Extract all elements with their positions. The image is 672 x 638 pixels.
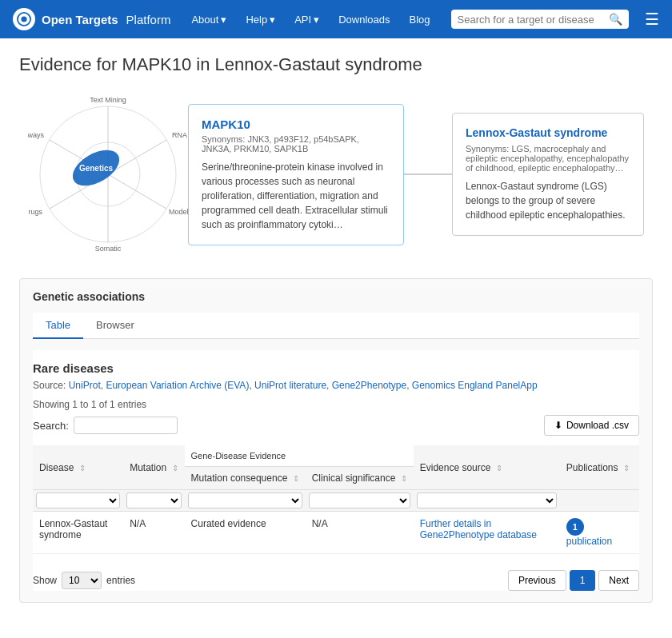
table-row: Lennox-Gastaut syndrome N/A Curated evid… bbox=[33, 512, 639, 554]
connector-line bbox=[404, 173, 452, 175]
sort-icon: ⇕ bbox=[172, 464, 178, 473]
filter-disease-select[interactable] bbox=[36, 492, 120, 508]
cell-disease: Lennox-Gastaut syndrome bbox=[33, 512, 123, 554]
col-mutation-consequence[interactable]: Mutation consequence ⇕ bbox=[185, 467, 306, 490]
nav-blog[interactable]: Blog bbox=[401, 9, 438, 30]
page-1-button[interactable]: 1 bbox=[570, 570, 596, 591]
pagination-row: Show 10 25 50 entries Previous 1 Next bbox=[33, 564, 639, 591]
search-icon[interactable]: 🔍 bbox=[609, 13, 622, 26]
sort-icon: ⇕ bbox=[623, 464, 630, 473]
cell-clinical-significance: N/A bbox=[306, 512, 414, 554]
entries-label: entries bbox=[106, 575, 135, 586]
rare-diseases-title: Rare diseases bbox=[33, 361, 639, 375]
svg-text:Pathways: Pathways bbox=[28, 131, 44, 139]
publication-label[interactable]: publication bbox=[566, 536, 612, 547]
publication-badge: 1 bbox=[566, 518, 584, 536]
sort-icon: ⇕ bbox=[293, 474, 299, 483]
site-logo[interactable]: Open Targets Platform bbox=[13, 8, 170, 30]
tab-browser[interactable]: Browser bbox=[83, 313, 147, 339]
previous-button[interactable]: Previous bbox=[508, 570, 566, 591]
search-label: Search: bbox=[33, 420, 69, 432]
svg-text:Somatic: Somatic bbox=[95, 245, 122, 253]
target-name[interactable]: MAPK10 bbox=[202, 118, 390, 131]
chevron-down-icon: ▾ bbox=[314, 14, 319, 26]
svg-point-1 bbox=[21, 16, 26, 22]
nav-about[interactable]: About ▾ bbox=[183, 9, 234, 30]
logo-icon bbox=[13, 8, 35, 30]
svg-text:Models: Models bbox=[169, 208, 188, 216]
col-publications[interactable]: Publications ⇕ bbox=[560, 445, 639, 490]
filter-mutation-consequence-select[interactable] bbox=[188, 492, 302, 508]
target-synonyms: Synonyms: JNK3, p493F12, p54bSAPK, JNK3A… bbox=[202, 134, 390, 154]
platform-text: Platform bbox=[126, 13, 171, 26]
source-gene2phenotype[interactable]: Gene2Phenotype bbox=[332, 380, 406, 391]
page-title: Evidence for MAPK10 in Lennox-Gastaut sy… bbox=[19, 54, 653, 75]
sort-icon: ⇕ bbox=[401, 474, 407, 483]
search-box: 🔍 bbox=[451, 10, 630, 29]
target-description: Serine/threonine-protein kinase involved… bbox=[202, 160, 390, 232]
evidence-source-link[interactable]: Further details in Gene2Phenotype databa… bbox=[420, 518, 537, 540]
entries-row: Show 10 25 50 entries bbox=[33, 572, 135, 589]
menu-icon[interactable]: ☰ bbox=[645, 10, 659, 29]
section-title: Genetic associations bbox=[33, 290, 639, 303]
filter-disease[interactable] bbox=[33, 490, 123, 512]
filter-mutation[interactable] bbox=[123, 490, 184, 512]
nav-api[interactable]: API ▾ bbox=[286, 9, 327, 30]
cell-mutation: N/A bbox=[123, 512, 184, 554]
genetic-associations-section: Genetic associations Table Browser Rare … bbox=[19, 278, 653, 603]
pagination-buttons: Previous 1 Next bbox=[508, 570, 639, 591]
nav-downloads[interactable]: Downloads bbox=[330, 9, 398, 30]
filter-publications bbox=[560, 490, 639, 512]
filter-evidence-source[interactable] bbox=[414, 490, 560, 512]
table-section: Rare diseases Source: UniProt, European … bbox=[33, 350, 639, 591]
search-row: Search: bbox=[33, 417, 178, 434]
col-mutation[interactable]: Mutation ⇕ bbox=[123, 445, 184, 490]
page-content: Evidence for MAPK10 in Lennox-Gastaut sy… bbox=[0, 38, 672, 619]
main-nav: About ▾ Help ▾ API ▾ Downloads Blog bbox=[183, 9, 438, 30]
cell-evidence-source: Further details in Gene2Phenotype databa… bbox=[414, 512, 560, 554]
source-genomics-england[interactable]: Genomics England PanelApp bbox=[412, 380, 538, 391]
target-card: MAPK10 Synonyms: JNK3, p493F12, p54bSAPK… bbox=[188, 104, 404, 245]
svg-text:Drugs: Drugs bbox=[28, 208, 42, 216]
download-csv-button[interactable]: ⬇ Download .csv bbox=[544, 415, 639, 436]
chevron-down-icon: ▾ bbox=[221, 14, 226, 26]
search-input[interactable] bbox=[458, 14, 605, 26]
source-eva[interactable]: European Variation Archive (EVA) bbox=[106, 380, 249, 391]
show-label: Show bbox=[33, 575, 57, 586]
svg-line-6 bbox=[108, 174, 166, 209]
spider-diagram: Text Mining RNA Models Somatic Drugs Pat… bbox=[28, 94, 188, 254]
col-evidence-source[interactable]: Evidence source ⇕ bbox=[414, 445, 560, 490]
filter-clinical-significance-select[interactable] bbox=[309, 492, 410, 508]
col-group-gene-disease: Gene-Disease Evidence bbox=[185, 445, 414, 467]
disease-name[interactable]: Lennox-Gastaut syndrome bbox=[466, 126, 630, 139]
cell-publications: 1 publication bbox=[560, 512, 639, 554]
svg-text:Text Mining: Text Mining bbox=[90, 96, 126, 104]
next-button[interactable]: Next bbox=[598, 570, 639, 591]
evidence-table: Disease ⇕ Mutation ⇕ Gene-Disease Eviden… bbox=[33, 445, 639, 554]
disease-synonyms: Synonyms: LGS, macrocephaly and epilepti… bbox=[466, 144, 630, 173]
logo-text: Open Targets bbox=[42, 13, 118, 26]
filter-clinical-significance[interactable] bbox=[306, 490, 414, 512]
download-icon: ⬇ bbox=[554, 420, 562, 431]
table-search-input[interactable] bbox=[74, 417, 178, 434]
disease-description: Lennox-Gastaut syndrome (LGS) belongs to… bbox=[466, 179, 630, 222]
col-disease[interactable]: Disease ⇕ bbox=[33, 445, 123, 490]
filter-mutation-consequence[interactable] bbox=[185, 490, 306, 512]
col-clinical-significance[interactable]: Clinical significance ⇕ bbox=[306, 467, 414, 490]
cell-mutation-consequence: Curated evidence bbox=[185, 512, 306, 554]
source-uniprot-lit[interactable]: UniProt literature bbox=[254, 380, 326, 391]
nav-help[interactable]: Help ▾ bbox=[238, 9, 283, 30]
disease-card: Lennox-Gastaut syndrome Synonyms: LGS, m… bbox=[452, 113, 644, 236]
tab-table[interactable]: Table bbox=[33, 313, 83, 339]
svg-text:RNA: RNA bbox=[172, 131, 187, 139]
svg-text:Genetics: Genetics bbox=[79, 164, 114, 173]
entries-per-page-select[interactable]: 10 25 50 bbox=[62, 572, 102, 589]
source-uniprot[interactable]: UniProt bbox=[69, 380, 101, 391]
filter-evidence-source-select[interactable] bbox=[417, 492, 557, 508]
showing-line: Showing 1 to 1 of 1 entries bbox=[33, 399, 639, 410]
section-tabs: Table Browser bbox=[33, 313, 639, 339]
sort-icon: ⇕ bbox=[79, 464, 86, 473]
filter-mutation-select[interactable] bbox=[126, 492, 181, 508]
chevron-down-icon: ▾ bbox=[270, 14, 275, 26]
header: Open Targets Platform About ▾ Help ▾ API… bbox=[0, 0, 672, 38]
